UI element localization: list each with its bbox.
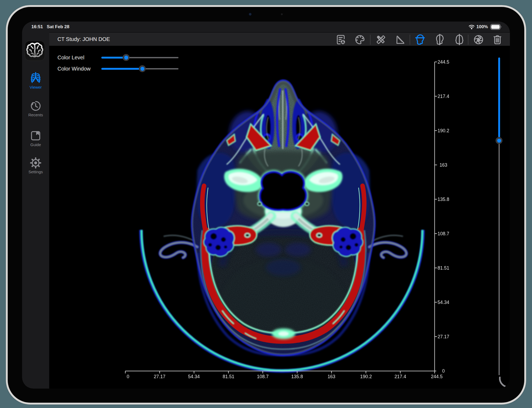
svg-text:244.5: 244.5 [431,374,443,379]
svg-text:54.34: 54.34 [188,374,200,379]
svg-text:27.17: 27.17 [438,334,449,339]
svg-text:163: 163 [327,374,335,379]
svg-text:108.7: 108.7 [438,231,449,236]
svg-text:135.8: 135.8 [291,374,303,379]
svg-text:54.34: 54.34 [438,300,449,305]
svg-text:0: 0 [442,368,445,374]
svg-text:0: 0 [127,374,129,379]
svg-text:190.2: 190.2 [360,374,372,379]
svg-text:81.51: 81.51 [223,374,234,379]
svg-text:27.17: 27.17 [154,374,165,379]
svg-text:217.4: 217.4 [394,374,406,379]
svg-text:244.5: 244.5 [438,59,449,65]
svg-text:163: 163 [439,162,447,168]
svg-text:135.8: 135.8 [438,197,449,202]
svg-text:81.51: 81.51 [438,265,449,271]
svg-text:217.4: 217.4 [438,94,449,99]
svg-text:108.7: 108.7 [257,374,269,379]
svg-text:190.2: 190.2 [438,128,449,133]
